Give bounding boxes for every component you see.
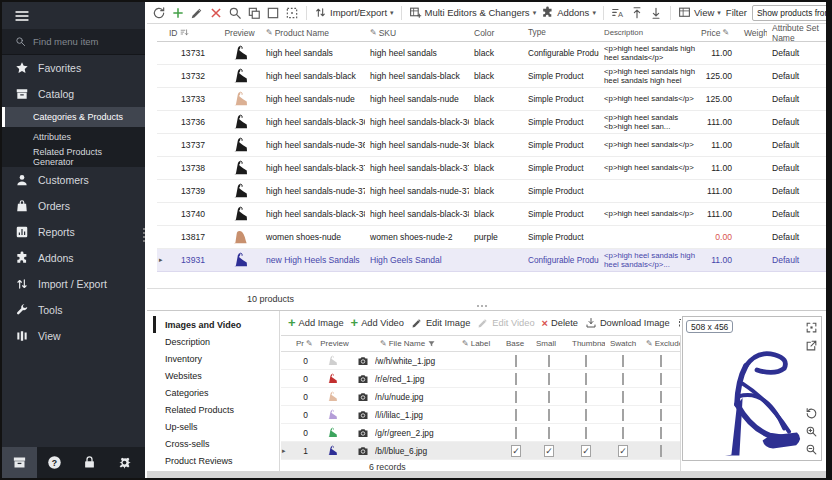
table-row[interactable]: 13731high heel sandalshigh heel sandalsb…: [157, 42, 826, 65]
sidebar-footer-settings-button[interactable]: [107, 447, 142, 478]
column-header-weight[interactable]: Weight: [739, 28, 767, 38]
horizontal-splitter-handle[interactable]: [477, 305, 487, 307]
column-header-label[interactable]: ✎Label: [457, 339, 501, 348]
column-header-color[interactable]: Color: [469, 28, 523, 38]
table-row[interactable]: 13740high heel sandals-black-38high heel…: [157, 203, 826, 226]
column-header-thumbna[interactable]: Thumbna: [567, 339, 605, 348]
view-menu[interactable]: View ▾: [678, 6, 721, 19]
checkbox[interactable]: [548, 355, 550, 367]
table-row[interactable]: 13733high heel sandals-nudehigh heel san…: [157, 88, 826, 111]
add-button[interactable]: [171, 6, 185, 20]
checkbox[interactable]: [660, 391, 662, 403]
column-header-small[interactable]: Small: [531, 339, 567, 348]
tab-description[interactable]: Description: [153, 333, 279, 350]
column-header-base[interactable]: Base: [501, 339, 531, 348]
column-header-attribute-set-name[interactable]: Attribute Set Name: [767, 23, 826, 43]
checkbox[interactable]: ✓: [581, 445, 591, 457]
image-row[interactable]: 0/r/e/red_1.jpg: [281, 370, 680, 388]
table-row[interactable]: 13817women shoes-nudewomen shoes-nude-2p…: [157, 226, 826, 249]
column-header-preview[interactable]: Preview: [213, 28, 261, 38]
checkbox[interactable]: [585, 355, 587, 367]
image-row[interactable]: ▸1/b/l/blue_6.jpg✓✓✓✓: [281, 442, 680, 460]
image-row[interactable]: 0/n/u/nude.jpg: [281, 388, 680, 406]
delete-button[interactable]: [209, 6, 223, 20]
sidebar-item-categories-products[interactable]: Categories & Products: [2, 107, 145, 127]
add-image-button[interactable]: +Add Image: [288, 318, 344, 328]
sidebar-item-customers[interactable]: Customers: [2, 167, 145, 193]
checkbox[interactable]: [585, 409, 587, 421]
checkbox[interactable]: [585, 373, 587, 385]
zoom-out-icon[interactable]: [805, 443, 818, 456]
sidebar-item-favorites[interactable]: Favorites: [2, 55, 145, 81]
checkbox[interactable]: [548, 391, 550, 403]
image-row[interactable]: 0/l/i/lilac_1.jpg: [281, 406, 680, 424]
move-up-button[interactable]: [630, 6, 644, 20]
checkbox[interactable]: [515, 355, 517, 367]
sidebar-item-reports[interactable]: Reports: [2, 219, 145, 245]
multi-editors-menu[interactable]: Multi Editors & Changers ▾: [409, 6, 537, 19]
checkbox[interactable]: [660, 409, 662, 421]
checkbox[interactable]: [515, 409, 517, 421]
tab-related-products[interactable]: Related Products: [153, 401, 279, 418]
edit-image-button[interactable]: Edit Image: [411, 317, 470, 329]
search-button[interactable]: [228, 6, 242, 20]
rename-tool-button[interactable]: A: [611, 6, 625, 20]
checkbox[interactable]: [515, 427, 517, 439]
copy-button[interactable]: [247, 6, 261, 20]
sidebar-item-catalog[interactable]: Catalog: [2, 81, 145, 107]
tab-websites[interactable]: Websites: [153, 367, 279, 384]
checkbox[interactable]: [585, 427, 587, 439]
tab-inventory[interactable]: Inventory: [153, 350, 279, 367]
fit-screen-icon[interactable]: [805, 321, 818, 334]
edit-button[interactable]: [190, 6, 204, 20]
checkbox[interactable]: ✓: [618, 445, 628, 457]
image-row[interactable]: 0/g/r/green_2.jpg: [281, 424, 680, 442]
tab-up-sells[interactable]: Up-sells: [153, 418, 279, 435]
column-header-preview[interactable]: Preview: [313, 339, 351, 348]
tab-cross-sells[interactable]: Cross-sells: [153, 435, 279, 452]
add-video-button[interactable]: +Add Video: [351, 318, 404, 328]
sidebar-footer-inventory-button[interactable]: [2, 447, 37, 478]
checkbox[interactable]: [515, 391, 517, 403]
column-header-description[interactable]: Description: [599, 28, 701, 37]
checkbox[interactable]: [622, 427, 624, 439]
column-header-exclude[interactable]: ✎Exclude: [641, 339, 680, 348]
delete-button[interactable]: ×Delete: [542, 317, 578, 329]
table-row[interactable]: 13736high heel sandals-black-36high heel…: [157, 111, 826, 134]
sidebar-footer-lock-button[interactable]: [72, 447, 107, 478]
checkbox[interactable]: [515, 373, 517, 385]
column-header-swatch[interactable]: Swatch: [605, 339, 641, 348]
column-header-product-name[interactable]: ✎Product Name: [261, 28, 365, 38]
vertical-splitter-handle[interactable]: [143, 228, 146, 242]
import-export-menu[interactable]: Import/Export ▾: [314, 6, 394, 19]
rotate-icon[interactable]: [805, 407, 818, 420]
addons-menu[interactable]: Addons ▾: [541, 6, 596, 19]
checkbox[interactable]: ✓: [544, 445, 554, 457]
column-header-type[interactable]: Type: [523, 28, 599, 37]
sidebar-item-related-products-generator[interactable]: Related Products Generator: [2, 147, 145, 167]
checkbox[interactable]: [548, 427, 550, 439]
sidebar-footer-help-button[interactable]: ?: [37, 447, 72, 478]
checkbox[interactable]: [660, 445, 662, 457]
checkbox[interactable]: ✓: [511, 445, 521, 457]
column-header-pr[interactable]: Pr✎: [291, 339, 313, 348]
sidebar-item-attributes[interactable]: Attributes: [2, 127, 145, 147]
table-row[interactable]: ▸13931new High Heels SandalsHigh Geels S…: [157, 249, 826, 272]
checkbox[interactable]: [585, 391, 587, 403]
menu-toggle-button[interactable]: [2, 2, 145, 29]
sidebar-item-addons[interactable]: Addons: [2, 245, 145, 271]
download-image-button[interactable]: Download Image: [585, 317, 670, 329]
checkbox[interactable]: [548, 373, 550, 385]
checkbox[interactable]: [660, 373, 662, 385]
tab-categories[interactable]: Categories: [153, 384, 279, 401]
tab-product-reviews[interactable]: Product Reviews: [153, 452, 279, 469]
column-header-price[interactable]: Price✎: [701, 28, 739, 38]
table-row[interactable]: 13737high heel sandals-nude-36high heel …: [157, 134, 826, 157]
column-header-file-name[interactable]: ✎File Name: [375, 339, 457, 348]
sidebar-item-tools[interactable]: Tools: [2, 297, 145, 323]
refresh-button[interactable]: [152, 6, 166, 20]
table-row[interactable]: 13732high heel sandals-blackhigh heel sa…: [157, 65, 826, 88]
checkbox[interactable]: [622, 355, 624, 367]
select-button[interactable]: [266, 6, 280, 20]
column-header-id[interactable]: ID: [169, 28, 213, 38]
